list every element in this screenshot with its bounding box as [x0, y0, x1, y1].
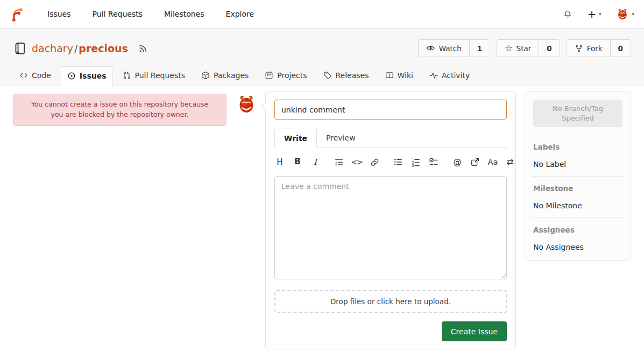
link-button[interactable]: [369, 156, 380, 169]
star-button[interactable]: ☆ Star 0: [497, 39, 560, 57]
milestone-value: No Milestone: [533, 201, 622, 210]
repo-actions: Watch 1 ☆ Star 0: [418, 39, 631, 57]
reference-button[interactable]: [470, 156, 480, 169]
heading-icon: H: [277, 158, 282, 166]
create-issue-button[interactable]: Create Issue: [442, 321, 507, 341]
fork-button[interactable]: Fork 0: [567, 39, 631, 57]
heading-button[interactable]: H: [274, 156, 285, 169]
branch-tag-button: No Branch/Tag Specified: [533, 100, 622, 127]
nav-item-pull-requests[interactable]: Pull Requests: [93, 10, 143, 18]
nav-item-milestones[interactable]: Milestones: [164, 10, 204, 18]
repo-title: dachary/precious: [13, 41, 148, 55]
code-button[interactable]: <>: [351, 156, 362, 169]
issue-circle-icon: [67, 72, 76, 80]
nav-item-issues[interactable]: Issues: [47, 10, 71, 18]
user-menu-button[interactable]: ▾: [616, 8, 634, 20]
ordered-list-button[interactable]: 1 2 3: [411, 156, 421, 169]
tasklist-icon: [429, 157, 438, 167]
repo-header: dachary/precious Watch 1: [0, 29, 644, 86]
create-menu-button[interactable]: + ▾: [588, 9, 601, 19]
comment-textarea[interactable]: [274, 176, 507, 279]
main-content: You cannot create a issue on this reposi…: [0, 86, 644, 358]
package-icon: [201, 71, 210, 80]
plus-icon: +: [588, 9, 596, 19]
link-icon: [370, 158, 379, 167]
user-avatar: [616, 8, 629, 20]
editor-tab-bar: Write Preview: [274, 129, 507, 148]
bullet-list-icon: [393, 157, 403, 167]
rss-feed-button[interactable]: [138, 44, 148, 53]
tab-wiki[interactable]: Wiki: [379, 66, 420, 86]
navbar-right: + ▾ ▾: [563, 8, 634, 20]
eye-icon: [426, 44, 435, 53]
speech-bubble-arrow: [261, 102, 270, 111]
watch-button[interactable]: Watch 1: [418, 39, 490, 57]
numbered-list-icon: 1 2 3: [411, 157, 421, 167]
top-navbar: Issues Pull Requests Milestones Explore …: [0, 0, 644, 29]
file-dropzone[interactable]: Drop files or click here to upload.: [274, 290, 507, 313]
project-board-icon: [265, 71, 273, 80]
font-size-button[interactable]: Aa: [487, 156, 498, 169]
tab-write[interactable]: Write: [274, 129, 317, 148]
mention-button[interactable]: @: [452, 156, 463, 169]
notifications-button[interactable]: [563, 9, 572, 19]
tab-releases[interactable]: Releases: [317, 66, 376, 86]
tasklist-button[interactable]: [428, 156, 439, 169]
fork-label: Fork: [587, 44, 603, 53]
repository-book-icon: [13, 41, 27, 55]
milestone-header: Milestone: [533, 184, 622, 193]
fork-count: 0: [610, 40, 631, 57]
divider: [532, 135, 624, 135]
repo-separator: /: [74, 43, 77, 54]
dropzone-label: Drop files or click here to upload.: [330, 297, 451, 306]
issue-sidebar: No Branch/Tag Specified Labels No Label …: [525, 92, 631, 261]
quote-icon: [334, 157, 344, 167]
labels-value: No Label: [533, 160, 622, 169]
fork-icon: [575, 44, 583, 53]
issue-title-input[interactable]: [274, 100, 507, 120]
commenter-avatar: [236, 94, 257, 114]
rss-icon: [138, 44, 148, 53]
new-issue-form: Write Preview H B I <>: [265, 92, 516, 349]
repo-owner-link[interactable]: dachary: [32, 43, 73, 54]
font-size-icon: Aa: [488, 158, 498, 166]
code-icon: [19, 71, 28, 80]
cross-reference-icon: [470, 157, 480, 167]
svg-text:3: 3: [412, 164, 414, 167]
chevron-down-icon: ▾: [599, 11, 601, 17]
tab-projects[interactable]: Projects: [258, 66, 313, 86]
tab-preview[interactable]: Preview: [317, 129, 365, 148]
editor-switch-button[interactable]: ⇄: [505, 156, 515, 169]
pulse-icon: [429, 71, 438, 80]
pull-request-icon: [123, 71, 131, 80]
switch-arrows-icon: ⇄: [506, 158, 513, 166]
bold-button[interactable]: B: [292, 156, 303, 169]
italic-icon: I: [314, 158, 317, 166]
nav-item-explore[interactable]: Explore: [226, 10, 254, 18]
repo-name-link[interactable]: precious: [79, 43, 128, 54]
labels-header: Labels: [533, 143, 622, 151]
repo-tab-bar: Code Issues Pull Requests Packages: [13, 66, 631, 86]
tab-pull-requests[interactable]: Pull Requests: [116, 66, 192, 86]
tag-icon: [323, 71, 332, 80]
mention-icon: @: [454, 158, 462, 166]
assignees-header: Assignees: [533, 226, 622, 234]
code-icon: <>: [351, 158, 362, 166]
tab-issues[interactable]: Issues: [61, 66, 113, 86]
watch-label: Watch: [439, 44, 462, 53]
forgejo-logo-icon: [10, 7, 24, 22]
chevron-down-icon: ▾: [632, 11, 634, 17]
tab-packages[interactable]: Packages: [195, 66, 255, 86]
watch-count: 1: [469, 40, 490, 57]
divider: [532, 176, 624, 177]
unordered-list-button[interactable]: [393, 156, 404, 169]
tab-activity[interactable]: Activity: [423, 66, 476, 86]
markdown-toolbar: H B I <>: [274, 155, 507, 169]
assignees-value: No Assignees: [533, 243, 622, 251]
italic-button[interactable]: I: [310, 156, 321, 169]
open-book-icon: [385, 71, 394, 80]
divider: [532, 217, 624, 218]
quote-button[interactable]: [334, 156, 344, 169]
forgejo-logo[interactable]: [10, 6, 26, 22]
tab-code[interactable]: Code: [13, 66, 58, 86]
